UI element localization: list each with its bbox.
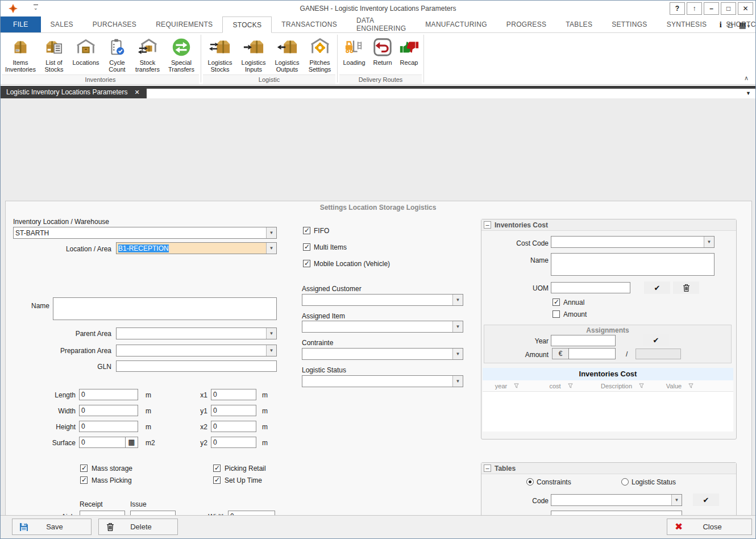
grid-col-value[interactable]: Value bbox=[654, 380, 705, 391]
grid-col-description[interactable]: Description bbox=[591, 380, 654, 391]
maximize-button[interactable]: □ bbox=[721, 2, 736, 15]
collapse-panel-button[interactable]: – bbox=[484, 465, 491, 472]
amount-field[interactable] bbox=[568, 348, 616, 359]
ribbon-item-return[interactable]: Return bbox=[369, 34, 396, 66]
y2-field[interactable] bbox=[211, 437, 256, 448]
document-tab-strip: Logistic Inventory Locations Parameters … bbox=[1, 86, 755, 98]
set-up-time-checkbox[interactable] bbox=[213, 476, 221, 484]
gln-field[interactable] bbox=[116, 360, 277, 372]
location-area-combo[interactable]: B1-RECEPTION▼ bbox=[116, 242, 277, 254]
y2-label: y2 bbox=[188, 439, 207, 447]
menu-tab-progress[interactable]: PROGRESS bbox=[497, 16, 556, 32]
contrainte-combo[interactable]: ▼ bbox=[302, 348, 463, 360]
menu-tab-stocks[interactable]: STOCKS bbox=[222, 16, 272, 33]
help-button[interactable]: ? bbox=[670, 2, 685, 15]
ribbon-item-logistics-stocks[interactable]: Logistics Stocks bbox=[203, 34, 237, 73]
logistic-status-label: Logistic Status bbox=[302, 366, 346, 374]
cost-confirm-button[interactable]: ✔ bbox=[644, 281, 670, 294]
surface-calculator-icon[interactable]: ▦ bbox=[125, 437, 138, 448]
menu-tab-data-engineering[interactable]: DATA ENGINEERING bbox=[347, 16, 416, 32]
menu-tab-sales[interactable]: SALES bbox=[41, 16, 83, 32]
ribbon-item-stock-transfers[interactable]: Stock transfers bbox=[131, 34, 164, 73]
length-field[interactable] bbox=[79, 389, 138, 400]
delete-button[interactable]: Delete bbox=[98, 519, 178, 535]
logistic-status-radio[interactable] bbox=[621, 478, 629, 486]
logistic-status-combo[interactable]: ▼ bbox=[302, 375, 463, 387]
parent-area-combo[interactable]: ▼ bbox=[116, 327, 277, 339]
filter-icon[interactable] bbox=[688, 383, 693, 388]
code-label: Code bbox=[512, 497, 549, 505]
menu-tab-file[interactable]: FILE bbox=[1, 16, 41, 32]
menu-tab-purchases[interactable]: PURCHASES bbox=[83, 16, 146, 32]
warehouse-combo[interactable]: ST-BARTH▼ bbox=[13, 227, 277, 239]
forklift-icon bbox=[339, 35, 369, 59]
ribbon-item-list-of-stocks[interactable]: List of Stocks bbox=[39, 34, 69, 73]
cost-name-field[interactable] bbox=[551, 253, 715, 276]
save-button[interactable]: Save bbox=[12, 519, 92, 535]
minimize-button[interactable]: – bbox=[704, 2, 719, 15]
mass-picking-checkbox[interactable] bbox=[80, 476, 88, 484]
assignment-confirm-button[interactable]: ✔ bbox=[643, 334, 669, 346]
menu-tab-synthesis[interactable]: SYNTHESIS bbox=[657, 16, 717, 32]
filter-icon[interactable] bbox=[639, 383, 644, 388]
collapse-panel-button[interactable]: – bbox=[484, 221, 491, 229]
assigned-item-combo[interactable]: ▼ bbox=[302, 321, 463, 333]
width-field[interactable] bbox=[79, 405, 138, 416]
x2-field[interactable] bbox=[211, 421, 256, 432]
calculator-icon[interactable]: ▦▼ bbox=[739, 20, 751, 30]
mobile-location-checkbox[interactable] bbox=[303, 260, 310, 267]
ribbon-item-logistics-outputs[interactable]: Logistics Outputs bbox=[270, 34, 304, 73]
multi-items-checkbox[interactable] bbox=[303, 243, 310, 251]
year-field[interactable] bbox=[551, 335, 616, 346]
ribbon-item-cycle-count[interactable]: Cycle Count bbox=[103, 34, 131, 73]
filter-icon[interactable] bbox=[568, 383, 573, 388]
ribbon-item-loading[interactable]: Loading bbox=[339, 34, 369, 66]
height-field[interactable] bbox=[79, 421, 138, 432]
annual-checkbox[interactable] bbox=[553, 298, 560, 306]
ribbon-item-special-transfers[interactable]: Special Transfers bbox=[164, 34, 199, 73]
ribbon-item-items-inventories[interactable]: Items Inventories bbox=[2, 34, 39, 73]
info-icon[interactable]: i bbox=[720, 20, 722, 30]
close-window-button[interactable]: ✕ bbox=[738, 2, 753, 15]
currency-prefix: € bbox=[552, 348, 569, 359]
cost-code-combo[interactable]: ▼ bbox=[551, 236, 715, 248]
code-combo[interactable]: ▼ bbox=[551, 494, 682, 506]
x1-field[interactable] bbox=[211, 389, 256, 400]
cost-delete-button[interactable] bbox=[673, 281, 699, 294]
constraints-radio[interactable] bbox=[526, 478, 534, 486]
uom-field[interactable] bbox=[551, 282, 630, 293]
assigned-customer-combo[interactable]: ▼ bbox=[302, 294, 463, 306]
preparation-area-combo[interactable]: ▼ bbox=[116, 345, 277, 356]
grid-body[interactable] bbox=[483, 392, 733, 432]
mass-storage-checkbox[interactable] bbox=[80, 465, 88, 472]
close-tab-icon[interactable]: ✕ bbox=[134, 89, 139, 96]
menu-tab-tables[interactable]: TABLES bbox=[556, 16, 602, 32]
ribbon-item-logistics-inputs[interactable]: Logistics Inputs bbox=[237, 34, 270, 73]
picking-retail-checkbox[interactable] bbox=[213, 465, 221, 472]
ribbon-group-inventories: Items Inventories List of Stocks Locatio… bbox=[1, 33, 201, 84]
table-confirm-button[interactable]: ✔ bbox=[693, 494, 719, 506]
document-tab[interactable]: Logistic Inventory Locations Parameters … bbox=[1, 86, 147, 98]
tab-list-dropdown-icon[interactable]: ▼ bbox=[746, 90, 751, 96]
name-field[interactable] bbox=[53, 297, 277, 320]
menu-tab-transactions[interactable]: TRANSACTIONS bbox=[272, 16, 347, 32]
ribbon-item-locations[interactable]: Locations bbox=[69, 34, 103, 73]
app-window: ⌄ GANESH - Logistic Inventory Locations … bbox=[0, 0, 756, 539]
filter-icon[interactable] bbox=[514, 383, 519, 388]
ribbon-item-pitches-settings[interactable]: Pitches Settings bbox=[304, 34, 335, 73]
y1-field[interactable] bbox=[211, 405, 256, 416]
surface-field[interactable] bbox=[79, 437, 126, 448]
menu-tab-manufacturing[interactable]: MANUFACTURING bbox=[416, 16, 497, 32]
ribbon-item-recap[interactable]: Recap bbox=[396, 34, 422, 66]
grid-col-cost[interactable]: cost bbox=[531, 380, 591, 391]
amount-checkbox[interactable] bbox=[553, 310, 560, 318]
pin-button[interactable]: ↑ bbox=[687, 2, 702, 15]
menu-tab-requirements[interactable]: REQUIREMENTS bbox=[146, 16, 222, 32]
home-icon[interactable]: ⌂ bbox=[728, 19, 733, 31]
collapse-ribbon-icon[interactable]: ∧ bbox=[744, 74, 749, 82]
close-button[interactable]: ✖ Close bbox=[667, 519, 752, 535]
length-unit: m bbox=[146, 391, 151, 399]
grid-col-year[interactable]: year bbox=[483, 380, 531, 391]
fifo-checkbox[interactable] bbox=[303, 227, 310, 234]
menu-tab-settings[interactable]: SETTINGS bbox=[602, 16, 657, 32]
